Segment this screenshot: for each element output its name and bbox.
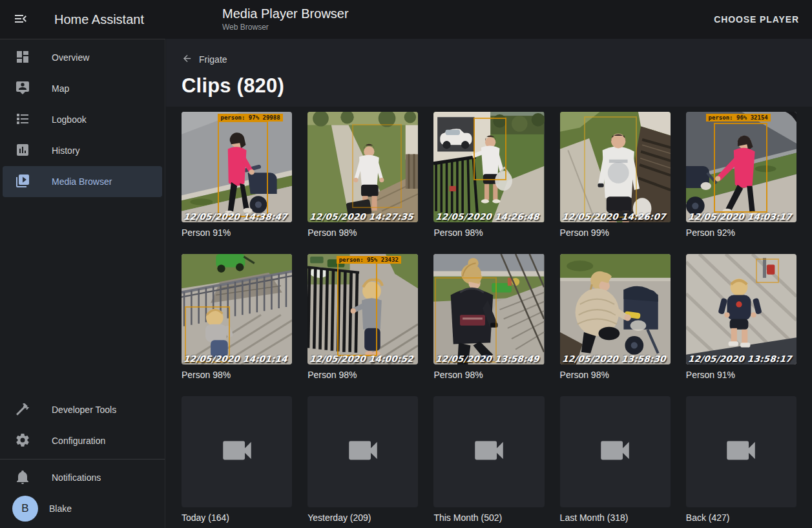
sidebar-item-logbook[interactable]: Logbook — [3, 104, 162, 135]
clip-caption: Person 92% — [686, 227, 796, 238]
sidebar-item-map[interactable]: Map — [3, 73, 162, 104]
folder-card-this-month[interactable]: This Month (502) — [433, 396, 544, 522]
clip-card[interactable]: 12/05/2020 14:01:14 Person 98% — [182, 254, 292, 380]
clip-thumbnail: 12/05/2020 14:27:35 — [307, 112, 418, 222]
video-icon — [470, 432, 508, 472]
clip-caption: Person 98% — [307, 227, 418, 238]
clip-timestamp: 12/05/2020 14:26:07 — [561, 211, 666, 222]
clip-timestamp: 12/05/2020 14:01:14 — [183, 354, 287, 364]
sidebar-item-label: Configuration — [52, 436, 105, 446]
clip-scene-image — [686, 254, 796, 364]
clip-thumbnail: person: 96% 32154 12/05/2020 14:03:17 — [686, 112, 796, 222]
sidebar-item-label: Map — [52, 83, 69, 94]
sidebar: Overview Map Logbook History Media Brows… — [0, 39, 165, 528]
gear-icon — [15, 432, 52, 450]
sidebar-item-configuration[interactable]: Configuration — [3, 425, 162, 456]
play-box-multiple-icon — [15, 173, 52, 191]
sidebar-item-media-browser[interactable]: Media Browser — [3, 166, 162, 197]
detection-bbox — [756, 259, 779, 283]
clip-card[interactable]: 12/05/2020 14:26:48 Person 98% — [433, 112, 544, 238]
clip-timestamp: 12/05/2020 13:58:30 — [561, 354, 666, 364]
clips-page-title: Clips (820) — [182, 74, 796, 98]
detection-bbox — [218, 121, 267, 217]
choose-player-button[interactable]: CHOOSE PLAYER — [714, 0, 799, 39]
media-browser-content: Frigate Clips (820) — [166, 39, 812, 528]
clip-thumbnail: 12/05/2020 13:58:49 — [433, 254, 544, 364]
detection-bbox — [714, 123, 768, 213]
detection-bbox — [435, 277, 497, 363]
sidebar-item-label: Developer Tools — [52, 405, 116, 415]
sidebar-item-overview[interactable]: Overview — [3, 42, 162, 73]
clip-caption: Person 98% — [182, 370, 292, 380]
clip-timestamp: 12/05/2020 14:03:17 — [687, 211, 792, 222]
bell-icon — [15, 469, 52, 487]
user-name-label: Blake — [49, 503, 72, 514]
clip-scene-image — [560, 254, 671, 364]
video-icon — [218, 432, 256, 472]
breadcrumb[interactable]: Frigate — [182, 53, 227, 66]
sidebar-item-label: Overview — [52, 52, 89, 63]
detection-bbox-label: person: 95% 23432 — [337, 256, 401, 264]
clip-timestamp: 12/05/2020 14:26:48 — [435, 211, 540, 222]
sidebar-toggle-button[interactable] — [5, 4, 36, 35]
folder-label: Yesterday (209) — [307, 512, 418, 523]
clip-card[interactable]: 12/05/2020 14:26:07 Person 99% — [560, 112, 671, 238]
sidebar-spacer — [0, 197, 165, 394]
app-bar: Home Assistant Media Player Browser Web … — [0, 0, 812, 39]
clip-thumbnail: 12/05/2020 14:01:14 — [182, 254, 292, 364]
sidebar-item-developer-tools[interactable]: Developer Tools — [3, 394, 162, 425]
folder-label: Today (164) — [182, 512, 292, 523]
app-title: Home Assistant — [54, 12, 144, 27]
clip-caption: Person 98% — [307, 370, 418, 380]
folder-tile — [433, 396, 544, 507]
clip-timestamp: 12/05/2020 13:58:17 — [687, 354, 792, 364]
video-icon — [722, 432, 760, 472]
folder-card-today[interactable]: Today (164) — [182, 396, 292, 522]
video-icon — [596, 432, 634, 472]
detection-bbox-label: person: 97% 29988 — [218, 114, 282, 121]
clip-card[interactable]: 12/05/2020 14:27:35 Person 98% — [307, 112, 418, 238]
clip-timestamp: 12/05/2020 14:00:52 — [309, 354, 414, 364]
sidebar-item-label: Notifications — [52, 472, 101, 483]
folder-card-back[interactable]: Back (427) — [686, 396, 796, 522]
menu-open-icon — [13, 11, 28, 28]
arrow-left-icon — [182, 53, 193, 66]
media-grid: person: 97% 29988 12/05/2020 14:38:47 Pe… — [166, 107, 812, 528]
clip-card[interactable]: 12/05/2020 13:58:17 Person 91% — [686, 254, 796, 380]
folder-card-last-month[interactable]: Last Month (318) — [560, 396, 671, 522]
clip-thumbnail: 12/05/2020 13:58:30 — [560, 254, 671, 364]
clip-thumbnail: 12/05/2020 13:58:17 — [686, 254, 796, 364]
sidebar-item-label: Logbook — [52, 114, 87, 125]
sidebar-item-label: Media Browser — [52, 176, 112, 187]
clip-caption: Person 98% — [433, 370, 544, 380]
detection-bbox — [352, 124, 402, 208]
clip-timestamp: 12/05/2020 14:38:47 — [183, 211, 287, 222]
avatar: B — [12, 496, 38, 522]
clip-thumbnail: person: 97% 29988 12/05/2020 14:38:47 — [182, 112, 292, 222]
clip-caption: Person 99% — [560, 227, 671, 238]
folder-card-yesterday[interactable]: Yesterday (209) — [307, 396, 418, 522]
sidebar-item-history[interactable]: History — [3, 135, 162, 166]
clip-card[interactable]: 12/05/2020 13:58:49 Person 98% — [433, 254, 544, 380]
clip-caption: Person 98% — [433, 227, 544, 238]
clip-card[interactable]: person: 95% 23432 12/05/2020 14:00:52 Pe… — [307, 254, 418, 380]
clip-timestamp: 12/05/2020 13:58:49 — [435, 354, 540, 364]
clip-thumbnail: person: 95% 23432 12/05/2020 14:00:52 — [307, 254, 418, 364]
sidebar-item-label: History — [52, 145, 80, 156]
folder-label: Back (427) — [686, 512, 796, 523]
clip-card[interactable]: person: 96% 32154 12/05/2020 14:03:17 Pe… — [686, 112, 796, 238]
chart-box-icon — [15, 142, 52, 160]
detection-bbox — [474, 118, 506, 181]
folder-tile — [560, 396, 671, 507]
clip-timestamp: 12/05/2020 14:27:35 — [309, 211, 414, 222]
breadcrumb-label: Frigate — [199, 54, 227, 65]
page-subtitle: Web Browser — [222, 23, 349, 32]
detection-bbox — [584, 116, 637, 218]
format-list-icon — [15, 111, 52, 129]
clip-card[interactable]: 12/05/2020 13:58:30 Person 98% — [560, 254, 671, 380]
tooltip-account-icon — [15, 80, 52, 98]
folder-tile — [182, 396, 292, 507]
clip-card[interactable]: person: 97% 29988 12/05/2020 14:38:47 Pe… — [182, 112, 292, 238]
sidebar-item-user-profile[interactable]: B Blake — [3, 493, 162, 524]
sidebar-item-notifications[interactable]: Notifications — [3, 462, 162, 493]
